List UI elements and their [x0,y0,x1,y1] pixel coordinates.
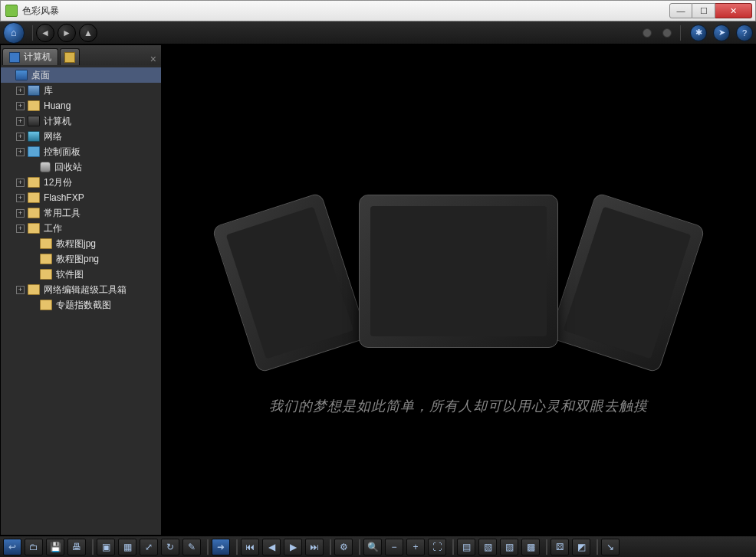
expand-toggle[interactable]: + [16,102,25,110]
tree-item-label: 桌面 [31,69,50,82]
recycle-icon [40,162,51,172]
tree-item[interactable]: +库 [1,83,161,98]
zoom-fit-button[interactable]: ⛶ [428,539,446,555]
sample-image-cat [370,206,547,336]
folder-tree[interactable]: ·桌面+库+Huang+计算机+网络+控制面板·回收站+12月份+FlashFX… [1,65,161,535]
lib-icon [28,85,40,96]
share-button[interactable]: ➤ [713,25,730,41]
expand-toggle[interactable]: + [16,179,25,187]
sync-button[interactable]: ✱ [690,25,707,41]
thumb2-button[interactable]: ▨ [500,539,518,555]
tree-item[interactable]: ·回收站 [1,159,161,175]
tablet-center [359,195,558,348]
tab-close-button[interactable]: × [146,53,161,65]
image-viewer[interactable]: 我们的梦想是如此简单，所有人却可以用心灵和双眼去触摸 [162,45,755,535]
tree-item[interactable]: +网络 [1,129,161,144]
expand-toggle[interactable]: + [16,224,25,233]
expand-toggle[interactable]: + [16,117,25,126]
layout-large-button[interactable]: ▣ [97,539,115,555]
expand-toggle[interactable]: + [16,87,25,95]
nav-up-button[interactable]: ▲ [79,24,97,42]
expand-toggle: · [28,255,37,264]
window-title: 色彩风暴 [22,5,669,18]
sample-image-woman [564,206,692,359]
folder-icon [28,208,40,218]
stretch-button[interactable]: ⤢ [140,539,158,555]
expand-toggle[interactable]: + [16,286,25,294]
edit-button[interactable]: ✎ [182,539,201,555]
back-button[interactable]: ↩ [3,539,21,555]
expand-toggle[interactable]: + [16,133,25,141]
last-button[interactable]: ⏭ [305,539,324,555]
nav-back-button[interactable]: ◄ [36,24,54,42]
maximize-button[interactable]: ☐ [692,3,715,18]
settings-button[interactable]: ⚙ [334,539,353,555]
tree-item-label: Huang [44,100,71,111]
rotate-button[interactable]: ↻ [161,539,179,555]
print-button[interactable]: 🖶 [67,539,86,555]
tree-item[interactable]: +计算机 [1,113,161,129]
tree-item[interactable]: ·教程图png [1,251,161,267]
grid-button[interactable]: ▤ [457,539,475,555]
expand-toggle: · [28,301,37,310]
prev-button[interactable]: ◀ [262,539,281,555]
tree-item[interactable]: ·软件图 [1,267,161,282]
separator [236,539,238,555]
tree-item-label: 网络 [44,130,62,143]
minimize-button[interactable]: — [669,3,692,18]
folder-icon [28,192,40,203]
tree-item[interactable]: ·桌面 [1,67,161,83]
tree-item-label: FlashFXP [44,192,84,203]
sample-image-girl [226,206,354,359]
folder-icon [40,269,52,280]
tree-item-label: 计算机 [44,115,71,128]
random-button[interactable]: ⚄ [551,539,569,555]
tree-item[interactable]: +12月份 [1,175,161,190]
tree-item[interactable]: +常用工具 [1,205,161,221]
computer-icon [28,116,40,126]
folder-icon [40,254,52,264]
folder-icon [28,100,40,111]
close-button[interactable]: ✕ [715,3,752,18]
save-button[interactable]: 💾 [46,539,64,555]
tree-item-label: 工作 [44,222,62,235]
tree-item[interactable]: ·教程图jpg [1,236,161,251]
next-button[interactable]: ▶ [284,539,302,555]
folder-icon [40,238,52,249]
tab-computer[interactable]: 计算机 [2,48,58,65]
zoom-out-button[interactable]: − [385,539,403,555]
tree-item[interactable]: +网络编辑超级工具箱 [1,282,161,297]
separator [359,539,360,555]
sidebar-tabs: 计算机 × [1,45,161,65]
desktop-icon [15,70,28,80]
status-dot [662,28,672,38]
tree-item[interactable]: +FlashFXP [1,190,161,205]
zoom-in-button[interactable]: + [406,539,425,555]
full-button[interactable]: ↘ [601,539,620,555]
snap-button[interactable]: ◩ [572,539,590,555]
tree-item[interactable]: +Huang [1,98,161,113]
thumb3-button[interactable]: ▩ [521,539,540,555]
tree-item[interactable]: +控制面板 [1,144,161,159]
expand-toggle[interactable]: + [16,148,25,156]
tab-overflow[interactable] [60,48,80,65]
first-button[interactable]: ⏮ [241,539,259,555]
forward-button[interactable]: ➜ [212,539,230,555]
layout-small-button[interactable]: ▦ [118,539,136,555]
expand-toggle: · [28,163,37,172]
zoom-actual-button[interactable]: 🔍 [363,539,382,555]
thumb1-button[interactable]: ▧ [478,539,497,555]
expand-toggle[interactable]: + [16,209,25,218]
help-button[interactable]: ? [736,25,753,41]
app-icon [5,5,18,17]
welcome-graphic: 我们的梦想是如此简单，所有人却可以用心灵和双眼去触摸 [259,195,658,386]
expand-toggle[interactable]: + [16,194,25,202]
tablet-left [212,192,368,373]
tree-item[interactable]: +工作 [1,221,161,236]
tree-item[interactable]: ·专题指数截图 [1,297,161,313]
nav-forward-button[interactable]: ► [58,24,76,42]
home-button[interactable]: ⌂ [3,22,25,44]
tree-item-label: 库 [44,84,53,97]
window-controls: — ☐ ✕ [669,3,752,18]
open-button[interactable]: 🗀 [25,539,43,555]
